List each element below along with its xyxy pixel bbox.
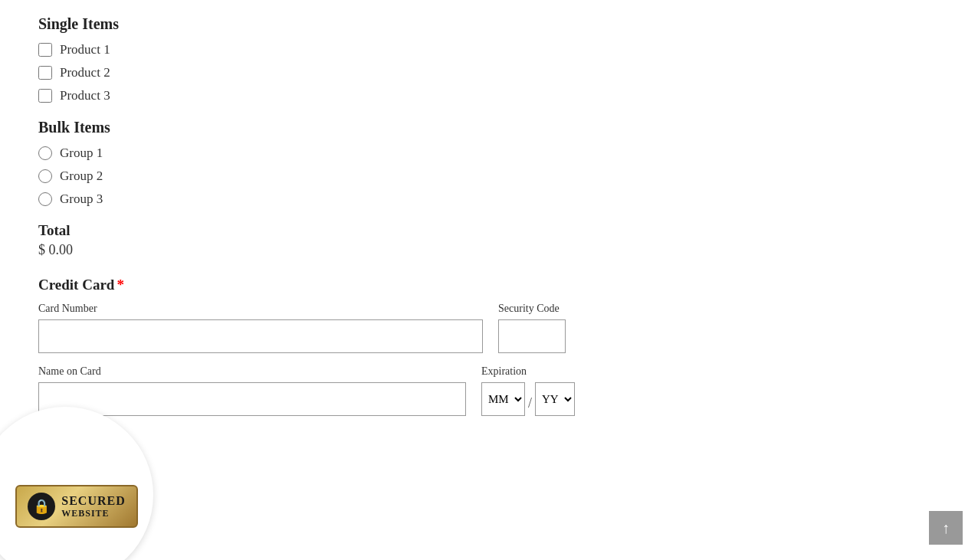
group-3-radio[interactable] (38, 192, 52, 206)
total-section: Total $ 0.00 (38, 222, 575, 258)
name-on-card-group: Name on Card (38, 365, 466, 416)
list-item: Product 1 (38, 42, 575, 57)
card-row: Card Number Security Code (38, 303, 575, 353)
product-2-checkbox[interactable] (38, 66, 52, 80)
expiration-label: Expiration (481, 365, 575, 378)
total-amount: $ 0.00 (38, 242, 575, 258)
group-1-radio[interactable] (38, 146, 52, 160)
card-number-group: Card Number (38, 303, 483, 353)
expiration-group: Expiration MM010203040506070809101112 / … (481, 365, 575, 416)
card-number-input[interactable] (38, 319, 483, 353)
group-1-label: Group 1 (60, 146, 103, 161)
month-select[interactable]: MM010203040506070809101112 (481, 382, 525, 416)
lock-icon-wrapper: 🔒 (28, 493, 55, 520)
security-code-input[interactable] (498, 319, 566, 353)
security-code-label: Security Code (498, 303, 575, 315)
list-item: Group 3 (38, 192, 575, 207)
single-items-section: Single Items Product 1 Product 2 Product… (38, 15, 575, 103)
credit-card-title: Credit Card* (38, 277, 575, 293)
list-item: Group 1 (38, 146, 575, 161)
list-item: Group 2 (38, 169, 575, 184)
name-on-card-label: Name on Card (38, 365, 466, 378)
product-1-checkbox[interactable] (38, 43, 52, 57)
name-expiration-row: Name on Card Expiration MM01020304050607… (38, 365, 575, 416)
required-star: * (117, 277, 124, 293)
secured-line2: WEBSITE (61, 508, 125, 519)
bulk-items-list: Group 1 Group 2 Group 3 (38, 146, 575, 207)
security-code-group: Security Code (498, 303, 575, 353)
single-items-list: Product 1 Product 2 Product 3 (38, 42, 575, 103)
credit-card-section: Credit Card* Card Number Security Code N… (38, 277, 575, 416)
card-number-label: Card Number (38, 303, 483, 315)
bulk-items-section: Bulk Items Group 1 Group 2 Group 3 (38, 119, 575, 207)
product-3-checkbox[interactable] (38, 89, 52, 103)
secured-line1: SECURED (61, 493, 125, 508)
product-1-label: Product 1 (60, 42, 110, 57)
product-3-label: Product 3 (60, 88, 110, 103)
expiration-selects: MM010203040506070809101112 / YY252627282… (481, 382, 575, 416)
bulk-items-title: Bulk Items (38, 119, 575, 136)
date-separator: / (528, 395, 532, 411)
secured-text: SECURED WEBSITE (61, 493, 125, 519)
list-item: Product 2 (38, 65, 575, 80)
year-select[interactable]: YY2526272829303132333435 (535, 382, 575, 416)
list-item: Product 3 (38, 88, 575, 103)
group-2-radio[interactable] (38, 169, 52, 183)
group-2-label: Group 2 (60, 169, 103, 184)
single-items-title: Single Items (38, 15, 575, 33)
total-label: Total (38, 222, 575, 239)
secured-badge: 🔒 SECURED WEBSITE (15, 485, 137, 528)
main-content: Single Items Product 1 Product 2 Product… (0, 0, 613, 447)
product-2-label: Product 2 (60, 65, 110, 80)
lock-icon: 🔒 (33, 498, 50, 515)
name-on-card-input[interactable] (38, 382, 466, 416)
scroll-to-top-button[interactable]: ↑ (929, 511, 963, 545)
group-3-label: Group 3 (60, 192, 103, 207)
